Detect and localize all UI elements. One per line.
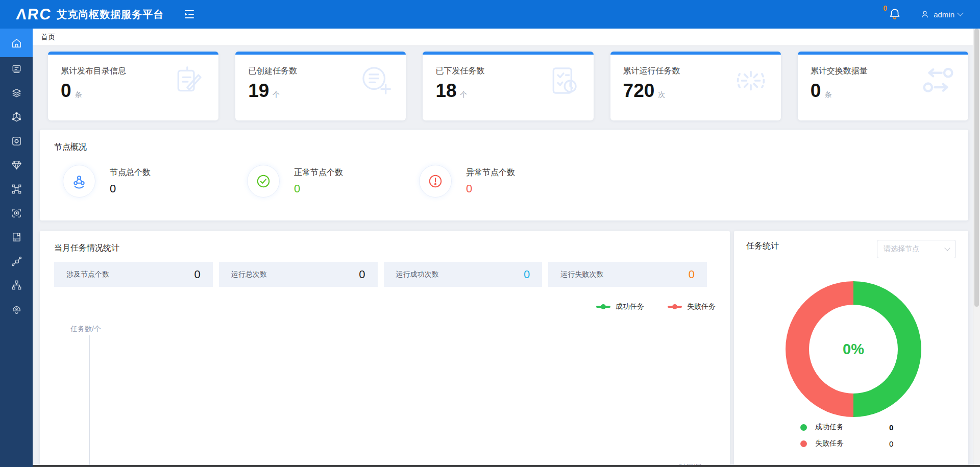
layers-icon	[11, 87, 22, 99]
box-failed-runs: 运行失败次数 0	[548, 262, 707, 287]
monthly-stat-boxes: 涉及节点个数 0 运行总次数 0 运行成功次数 0 运行失败次数 0	[54, 262, 707, 287]
box-total-runs: 运行总次数 0	[219, 262, 378, 287]
task-stats-header: 任务统计 请选择节点	[746, 241, 956, 258]
share-nodes-icon	[11, 255, 22, 267]
node-items: 节点总个数 0 正常节点个数 0	[54, 165, 954, 205]
main-area: 首页 累计发布目录信息 0条 已创建任务数 19个	[33, 29, 973, 467]
stat-value: 18个	[435, 80, 467, 102]
chevron-down-icon	[957, 10, 964, 16]
user-menu[interactable]: admin	[920, 9, 963, 19]
check-circle-icon	[247, 165, 280, 198]
stat-label: 累计发布目录信息	[61, 66, 126, 77]
top-header: ΛRC 艾克尚枢数据服务平台 0 admin	[0, 0, 980, 29]
document-edit-icon	[170, 63, 206, 99]
node-value: 0	[110, 182, 151, 195]
notification-badge: 0	[883, 4, 887, 12]
sidebar-item-layers[interactable]	[0, 81, 33, 105]
box-gear-icon	[11, 135, 22, 147]
sidebar-item-archive-book[interactable]	[0, 225, 33, 249]
line-chart-legend: 成功任务 失败任务	[54, 302, 716, 311]
node-total-item: 节点总个数 0	[63, 165, 151, 198]
sidebar-item-sitemap[interactable]	[0, 273, 33, 297]
node-overview-card: 节点概况 节点总个数 0	[40, 130, 968, 220]
task-donut-chart: 0%	[786, 281, 921, 417]
app-logo: ΛRC 艾克尚枢数据服务平台	[16, 6, 164, 23]
stat-label: 累计运行任务数	[623, 66, 680, 77]
spinner-icon	[733, 63, 769, 99]
user-icon	[920, 9, 930, 19]
donut-legend-success: 成功任务 0	[800, 421, 928, 434]
header-right: 0 admin	[888, 7, 980, 21]
archive-book-icon	[11, 231, 22, 243]
breadcrumb-home[interactable]: 首页	[41, 33, 55, 42]
stat-card-dispatched-tasks: 已下发任务数 18个	[423, 52, 593, 120]
legend-line-dot-green	[596, 306, 610, 308]
stat-card-created-tasks: 已创建任务数 19个	[235, 52, 406, 120]
stat-label: 累计交换数据量	[811, 66, 868, 77]
chevron-down-icon	[944, 245, 950, 251]
node-label: 节点总个数	[110, 167, 151, 178]
y-axis-name: 任务数/个	[70, 325, 716, 334]
exclamation-circle-icon	[419, 165, 452, 198]
gem-icon	[11, 159, 22, 171]
sidebar-collapse-icon[interactable]	[183, 8, 195, 20]
page-scrollbar[interactable]	[973, 29, 980, 467]
task-stats-title: 任务统计	[746, 241, 779, 252]
sidebar-item-scan-target[interactable]	[0, 201, 33, 225]
box-success-runs: 运行成功次数 0	[384, 262, 543, 287]
breadcrumb: 首页	[33, 29, 973, 45]
stat-card-row: 累计发布目录信息 0条 已创建任务数 19个	[48, 52, 968, 120]
sidebar-item-monitor-alarm[interactable]	[0, 297, 33, 321]
stat-card-run-tasks: 累计运行任务数 720次	[610, 52, 781, 120]
green-dot-icon	[800, 424, 807, 431]
sidebar-item-catalog[interactable]	[0, 57, 33, 81]
node-overview-title: 节点概况	[54, 142, 954, 153]
sidebar-item-gem[interactable]	[0, 153, 33, 177]
app-title: 艾克尚枢数据服务平台	[57, 8, 164, 21]
legend-failed-tasks[interactable]: 失败任务	[668, 302, 716, 311]
stat-value: 0条	[61, 80, 82, 102]
y-axis-line	[89, 335, 90, 467]
clipboard-clock-icon	[546, 63, 581, 99]
monthly-task-stats-card: 当月任务情况统计 涉及节点个数 0 运行总次数 0 运行成功次数 0	[40, 231, 730, 467]
box-involved-nodes: 涉及节点个数 0	[54, 262, 213, 287]
monthly-stats-title: 当月任务情况统计	[54, 243, 716, 254]
scan-target-icon	[11, 207, 22, 219]
username: admin	[934, 10, 954, 19]
notification-bell[interactable]: 0	[888, 7, 901, 21]
donut-center-label: 0%	[809, 305, 898, 394]
network-nodes-icon	[63, 165, 95, 198]
home-icon	[11, 37, 22, 49]
red-dot-icon	[800, 440, 807, 447]
scrollbar-thumb[interactable]	[974, 29, 979, 307]
donut-legend: 成功任务 0 失败任务 0	[800, 421, 928, 453]
donut-legend-failed: 失败任务 0	[800, 437, 928, 450]
window-bottom-edge	[33, 465, 980, 467]
bell-icon	[888, 7, 901, 20]
node-select-dropdown[interactable]: 请选择节点	[877, 240, 956, 258]
node-label: 正常节点个数	[294, 167, 343, 178]
node-value: 0	[466, 182, 515, 195]
stat-label: 已创建任务数	[248, 66, 297, 77]
node-abnormal-item: 异常节点个数 0	[419, 165, 515, 198]
stat-value: 19个	[248, 80, 280, 102]
sidebar-item-box-gear[interactable]	[0, 129, 33, 153]
sidebar-item-command[interactable]	[0, 177, 33, 201]
logo-text: ΛRC	[15, 6, 53, 23]
sidebar	[0, 29, 33, 467]
stat-value: 0条	[811, 80, 832, 102]
legend-success-tasks[interactable]: 成功任务	[596, 302, 644, 311]
document-add-icon	[358, 63, 394, 99]
stat-value: 720次	[623, 80, 666, 102]
stat-card-catalog: 累计发布目录信息 0条	[48, 52, 218, 120]
sidebar-item-cube-network[interactable]	[0, 105, 33, 129]
node-label: 异常节点个数	[466, 167, 515, 178]
cube-network-icon	[11, 111, 22, 123]
legend-line-dot-red	[668, 306, 682, 308]
sidebar-item-home[interactable]	[0, 29, 33, 57]
task-stats-card: 任务统计 请选择节点 0% 成功任务 0	[734, 231, 968, 467]
monitor-alarm-icon	[11, 303, 22, 315]
command-icon	[11, 183, 22, 195]
stat-label: 已下发任务数	[435, 66, 484, 77]
sidebar-item-share-nodes[interactable]	[0, 249, 33, 273]
